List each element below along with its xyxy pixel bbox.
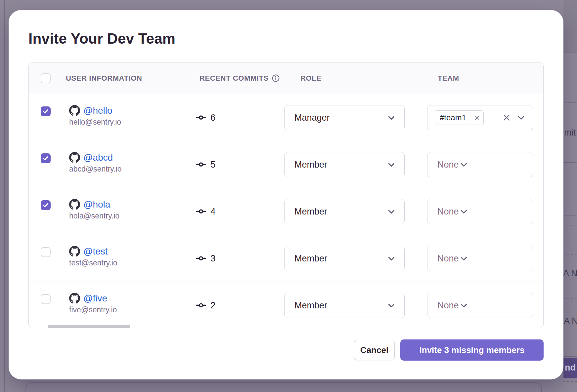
role-select[interactable]: Member (284, 152, 405, 177)
user-info-cell: @hello hello@sentry.io (69, 105, 121, 127)
role-select-value: Member (294, 160, 327, 170)
team-select[interactable]: #team1 (427, 105, 533, 130)
github-username-link[interactable]: @hello (83, 105, 112, 116)
row-checkbox[interactable] (41, 153, 51, 163)
row-checkbox[interactable] (41, 294, 51, 304)
team-tag-remove-icon[interactable] (471, 111, 483, 125)
column-header-recent-commits: RECENT COMMITS (200, 74, 280, 83)
members-table: USER INFORMATION RECENT COMMITS ROLE TEA… (28, 62, 544, 328)
background-divider (563, 225, 577, 225)
chevron-down-icon (386, 160, 396, 170)
team-none-value: None (435, 300, 459, 311)
commit-icon (196, 206, 206, 216)
chevron-down-icon (516, 113, 526, 123)
recent-commits-cell: 5 (196, 141, 216, 188)
table-row: @five five@sentry.io 2 Member None (29, 282, 543, 328)
info-icon[interactable] (272, 74, 280, 82)
background-edge-line (4, 0, 5, 392)
github-icon (69, 246, 80, 257)
team-select[interactable]: None (427, 152, 533, 177)
select-all-checkbox[interactable] (41, 73, 51, 83)
commit-count: 5 (210, 159, 216, 170)
github-icon (69, 199, 80, 210)
github-icon (69, 293, 80, 304)
column-header-role: ROLE (300, 74, 322, 83)
role-select[interactable]: Manager (284, 105, 405, 130)
background-divider (563, 102, 577, 103)
github-username-link[interactable]: @hola (83, 199, 110, 210)
checkmark-icon (42, 155, 49, 162)
background-panel-edge (25, 382, 542, 392)
background-dotted-divider (563, 254, 577, 255)
column-header-team: TEAM (438, 74, 459, 83)
background-button-text: nd (565, 363, 576, 373)
recent-commits-cell: 3 (196, 235, 216, 282)
background-dotted-divider (563, 298, 577, 299)
row-checkbox[interactable] (41, 200, 51, 210)
background-text-fragment: mit (564, 128, 576, 138)
github-icon (69, 152, 80, 163)
github-username-link[interactable]: @abcd (83, 152, 113, 163)
user-info-cell: @test test@sentry.io (69, 246, 117, 267)
table-body: @hello hello@sentry.io 6 Manager #team1 (29, 94, 543, 328)
chevron-down-icon (386, 300, 396, 310)
commit-icon (196, 253, 206, 263)
row-checkbox[interactable] (41, 247, 51, 257)
commit-count: 4 (210, 206, 216, 217)
user-email: abcd@sentry.io (69, 165, 121, 174)
user-email: five@sentry.io (69, 305, 117, 314)
row-checkbox[interactable] (41, 106, 51, 116)
horizontal-scrollbar-thumb[interactable] (48, 325, 130, 328)
chevron-down-icon (386, 254, 396, 263)
user-email: hola@sentry.io (69, 212, 119, 220)
table-row: @hello hello@sentry.io 6 Manager #team1 (29, 94, 543, 141)
recent-commits-cell: 4 (196, 188, 216, 235)
github-username-link[interactable]: @five (83, 293, 107, 304)
commit-count: 2 (210, 300, 216, 311)
invite-missing-members-button[interactable]: Invite 3 missing members (400, 339, 544, 361)
role-select-value: Member (294, 300, 327, 311)
team-select[interactable]: None (427, 199, 533, 224)
role-select-value: Member (294, 254, 327, 264)
commit-count: 6 (210, 112, 216, 123)
team-none-value: None (435, 160, 459, 170)
column-header-user-information: USER INFORMATION (66, 74, 142, 83)
team-select[interactable]: None (427, 246, 533, 271)
role-select[interactable]: Member (284, 199, 405, 224)
user-info-cell: @abcd abcd@sentry.io (69, 152, 121, 174)
table-row: @test test@sentry.io 3 Member None (29, 235, 543, 282)
cancel-button[interactable]: Cancel (354, 340, 395, 360)
chevron-down-icon (386, 113, 396, 123)
role-select-value: Manager (294, 113, 330, 123)
table-row: @hola hola@sentry.io 4 Member None (29, 188, 543, 235)
user-info-cell: @hola hola@sentry.io (69, 199, 119, 220)
table-row: @abcd abcd@sentry.io 5 Member None (29, 141, 543, 188)
commit-count: 3 (210, 253, 216, 264)
background-divider (563, 162, 577, 163)
table-header-row: USER INFORMATION RECENT COMMITS ROLE TEA… (29, 62, 543, 94)
github-username-link[interactable]: @test (83, 246, 108, 257)
background-divider (563, 216, 577, 216)
page-title: Invite Your Dev Team (28, 30, 175, 47)
chevron-down-icon (386, 207, 396, 216)
team-none-value: None (435, 254, 459, 264)
team-tag-group: #team1 (435, 110, 484, 125)
chevron-down-icon (459, 300, 469, 310)
background-text-fragment: A No (564, 316, 577, 326)
user-info-cell: @five five@sentry.io (69, 293, 117, 314)
team-clear-icon[interactable] (502, 113, 511, 122)
commit-icon (196, 159, 206, 170)
recent-commits-cell: 2 (196, 282, 216, 328)
role-select[interactable]: Member (284, 246, 405, 271)
role-select[interactable]: Member (284, 293, 405, 318)
commit-icon (196, 300, 206, 310)
background-text-fragment: A No (563, 268, 577, 279)
background-divider (563, 53, 577, 53)
background-dotted-divider (563, 381, 577, 382)
team-select[interactable]: None (427, 293, 533, 318)
background-band (563, 0, 577, 53)
team-none-value: None (435, 207, 459, 217)
chevron-down-icon (459, 254, 469, 263)
team-tag-label: #team1 (435, 113, 471, 122)
checkmark-icon (42, 202, 49, 209)
